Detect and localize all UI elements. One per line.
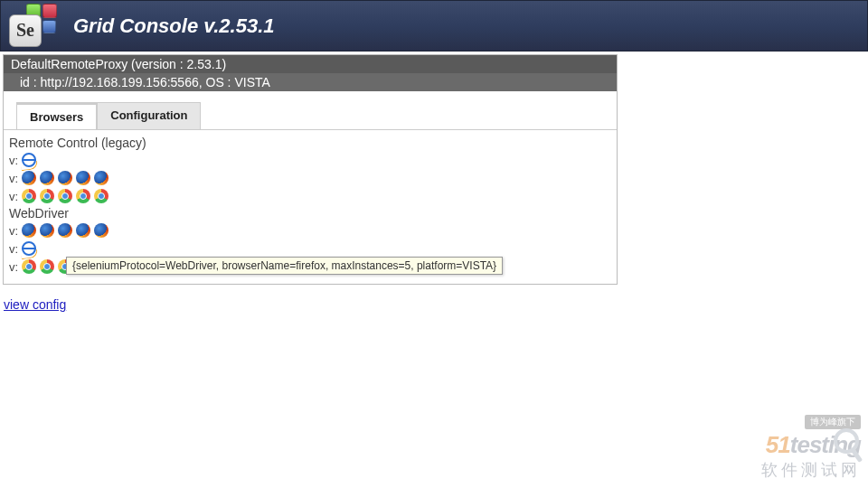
browser-slot[interactable] (76, 171, 90, 185)
version-label: v: (9, 172, 18, 185)
browser-slot[interactable] (76, 189, 90, 203)
tab-configuration[interactable]: Configuration (97, 102, 201, 129)
proxy-panel: DefaultRemoteProxy (version : 2.53.1) id… (3, 54, 618, 285)
chrome-icon (58, 189, 72, 203)
browser-slot[interactable] (40, 171, 54, 185)
logo-se-tile: Se (9, 14, 42, 47)
browser-slot[interactable] (22, 189, 36, 203)
magnifier-icon (834, 428, 859, 454)
browser-tooltip: {seleniumProtocol=WebDriver, browserName… (66, 257, 503, 275)
firefox-icon (76, 171, 90, 185)
logo-square-red (42, 4, 57, 18)
firefox-icon (22, 171, 36, 185)
section-remote-control: Remote Control (legacy) (9, 136, 611, 150)
browser-slot[interactable] (76, 223, 90, 238)
watermark-tag: 博为峰旗下 (805, 415, 861, 429)
browser-row: v: (9, 222, 611, 239)
watermark: 博为峰旗下 51testing 软件测试网 (761, 414, 861, 481)
internet-explorer-icon (22, 241, 36, 256)
section-webdriver: WebDriver (9, 206, 611, 221)
browser-row: v: (9, 170, 611, 186)
browser-slot[interactable] (94, 223, 108, 238)
proxy-title: DefaultRemoteProxy (version : 2.53.1) (4, 55, 617, 73)
browser-slot[interactable] (40, 189, 54, 203)
browser-slot[interactable] (22, 223, 36, 238)
chrome-icon (40, 189, 54, 203)
browser-row: v: (9, 188, 611, 204)
proxy-id-line: id : http://192.168.199.156:5566, OS : V… (4, 73, 617, 91)
firefox-icon (40, 223, 54, 238)
tab-strip: Browsers Configuration (4, 102, 617, 129)
page-title: Grid Console v.2.53.1 (73, 14, 275, 38)
chrome-icon (40, 259, 54, 274)
tab-browsers[interactable]: Browsers (16, 102, 97, 129)
firefox-icon (58, 223, 72, 238)
version-label: v: (9, 190, 18, 203)
browser-slot[interactable] (40, 259, 54, 274)
chrome-icon (94, 189, 108, 203)
version-label: v: (9, 260, 18, 274)
firefox-icon (94, 223, 108, 238)
browser-slot[interactable] (58, 189, 72, 203)
version-label: v: (9, 242, 18, 256)
version-label: v: (9, 154, 18, 167)
version-label: v: (9, 224, 18, 238)
firefox-icon (40, 171, 54, 185)
browser-slot[interactable] (58, 223, 72, 238)
firefox-icon (76, 223, 90, 238)
selenium-logo: Se (6, 2, 62, 51)
browser-row: v: (9, 152, 611, 168)
chrome-icon (22, 189, 36, 203)
browser-slot[interactable] (94, 189, 108, 203)
browser-slot[interactable] (22, 171, 36, 185)
browser-slot[interactable] (40, 223, 54, 238)
chrome-icon (22, 259, 36, 274)
firefox-icon (94, 171, 108, 185)
browser-slot[interactable] (22, 259, 36, 274)
view-config-link[interactable]: view config (4, 297, 66, 312)
logo-square-blue (42, 20, 56, 33)
firefox-icon (58, 171, 72, 185)
watermark-cn: 软件测试网 (761, 459, 861, 481)
browser-slot[interactable] (94, 171, 108, 185)
firefox-icon (22, 223, 36, 238)
browser-slot[interactable] (22, 241, 36, 256)
chrome-icon (76, 189, 90, 203)
app-header: Se Grid Console v.2.53.1 (0, 0, 868, 52)
browser-slot[interactable] (58, 171, 72, 185)
internet-explorer-icon (22, 153, 36, 167)
browser-slot[interactable] (22, 153, 36, 167)
browser-row: v: (9, 240, 611, 257)
